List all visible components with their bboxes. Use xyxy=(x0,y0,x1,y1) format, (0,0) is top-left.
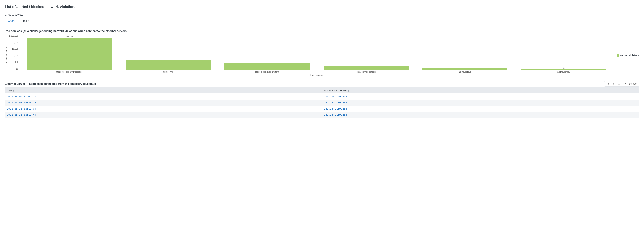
sort-icon: ◆ xyxy=(12,90,14,92)
x-tick-label: alpine_http xyxy=(118,71,218,73)
col-ip[interactable]: Server IP addresses◆ xyxy=(322,87,639,94)
bar-value-label: 1 xyxy=(563,67,564,69)
x-tick-label: alpine.default xyxy=(416,71,514,73)
svg-point-0 xyxy=(607,83,608,84)
info-icon[interactable] xyxy=(618,83,620,85)
page-title: List of alerted / blocked network violat… xyxy=(5,5,639,9)
plot-area: 255,1981 xyxy=(20,35,614,70)
view-label: Choose a view xyxy=(5,13,639,16)
sort-icon: ◆ xyxy=(348,90,350,92)
ip-link[interactable]: 169.254.169.254 xyxy=(324,107,347,110)
bar-value-label: 255,198 xyxy=(65,35,73,38)
ip-link[interactable]: 169.254.169.254 xyxy=(324,95,347,98)
x-tick-label: alpine.demo1 xyxy=(514,71,613,73)
bar[interactable] xyxy=(119,35,218,70)
tab-chart[interactable]: Chart xyxy=(5,18,18,24)
chart-legend: network violations xyxy=(614,35,639,76)
y-axis-ticks: 1,000,000100,00010,0001,00010010 xyxy=(8,35,20,70)
table-row: 2021-05-31T02:12:04169.254.169.254 xyxy=(5,106,639,112)
svg-line-1 xyxy=(608,84,609,85)
x-tick-label: emailservice.default xyxy=(316,71,416,73)
bar[interactable]: 1 xyxy=(514,35,613,70)
x-axis-label: Pod Services xyxy=(20,74,614,76)
download-icon[interactable] xyxy=(612,83,615,85)
table-row: 2021-06-06T01:03:16169.254.169.254 xyxy=(5,94,639,100)
view-toggle: Chart Table xyxy=(5,18,639,24)
tab-table[interactable]: Table xyxy=(20,18,32,24)
last-updated: 2m ago xyxy=(629,83,636,85)
date-link[interactable]: 2021-06-05T00:45:26 xyxy=(7,101,36,104)
bar[interactable] xyxy=(416,35,514,70)
y-axis-label: network violations xyxy=(5,35,8,76)
chart-title: Pod services (as a client) generating ne… xyxy=(5,30,639,33)
legend-label: network violations xyxy=(620,54,639,57)
col-date[interactable]: date◆ xyxy=(5,87,322,94)
ip-link[interactable]: 169.254.169.254 xyxy=(324,113,347,116)
ip-link[interactable]: 169.254.169.254 xyxy=(324,101,347,104)
table-toolbar: 2m ago xyxy=(604,81,639,87)
chart: network violations 1,000,000100,00010,00… xyxy=(5,35,639,76)
table-title: External Server IP addresses connected f… xyxy=(5,82,96,85)
refresh-icon[interactable] xyxy=(623,83,626,85)
bar[interactable] xyxy=(218,35,316,70)
date-link[interactable]: 2021-05-31T02:12:04 xyxy=(7,107,36,110)
bar[interactable] xyxy=(316,35,416,70)
table-row: 2021-05-31T02:11:44169.254.169.254 xyxy=(5,112,639,118)
date-link[interactable]: 2021-05-31T02:11:44 xyxy=(7,113,36,116)
date-link[interactable]: 2021-06-06T01:03:16 xyxy=(7,95,36,98)
legend-swatch xyxy=(616,54,619,57)
search-icon[interactable] xyxy=(607,83,610,85)
ip-table: date◆ Server IP addresses◆ 2021-06-06T01… xyxy=(5,87,639,118)
x-axis-ticks: httpserver-pod-00.httpspacealpine_httpca… xyxy=(20,71,614,73)
table-row: 2021-06-05T00:45:26169.254.169.254 xyxy=(5,100,639,106)
x-tick-label: calico-node.kube-system xyxy=(218,71,316,73)
x-tick-label: httpserver-pod-00.httpspace xyxy=(20,71,118,73)
bar[interactable]: 255,198 xyxy=(20,35,119,70)
resize-handle[interactable]: ⋯⋯ xyxy=(5,76,639,80)
